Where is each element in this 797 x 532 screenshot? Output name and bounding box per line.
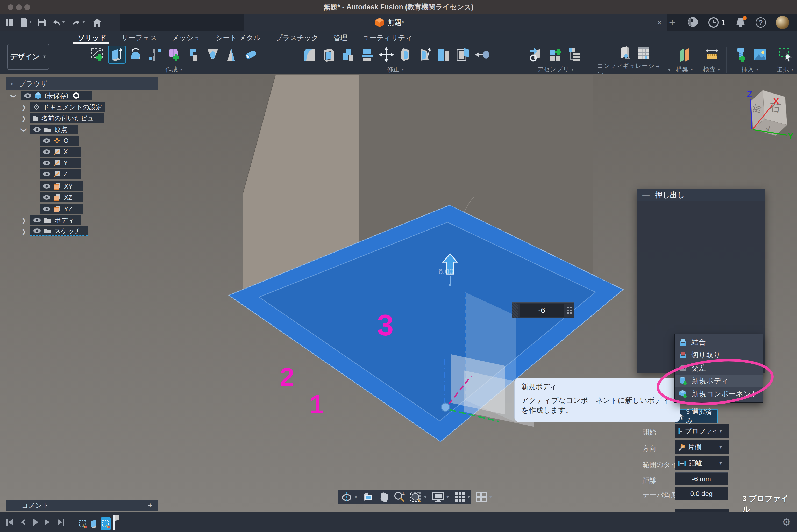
profile-number-3: 3	[377, 308, 393, 342]
loft-icon[interactable]	[185, 46, 202, 63]
menu-item-new-body[interactable]: 新規ボディ	[675, 375, 763, 387]
group-label-insert[interactable]: 挿入▼	[742, 65, 759, 74]
step-back-icon[interactable]	[19, 518, 26, 527]
timeline-playback-controls	[6, 517, 65, 527]
menu-item-new-component[interactable]: 新規コンポーネント	[675, 387, 763, 400]
combine-icon[interactable]	[340, 46, 356, 63]
manipulator-pin-dot	[449, 284, 451, 286]
extrude-icon[interactable]	[109, 46, 125, 63]
offset-face-icon[interactable]	[474, 46, 490, 63]
redo-icon[interactable]	[73, 19, 86, 26]
window-close-button[interactable]	[8, 4, 14, 10]
home-icon[interactable]	[93, 18, 101, 27]
insert-fastener-icon[interactable]	[733, 46, 749, 63]
group-label-create[interactable]: 作成▼	[166, 65, 183, 74]
draft-icon[interactable]	[416, 46, 433, 63]
group-label-modify[interactable]: 修正▼	[387, 65, 405, 74]
ribbon-tabs: ソリッド サーフェス メッシュ シート メタル プラスチック 管理 ユーティリテ…	[78, 33, 412, 42]
tab-manage[interactable]: 管理	[333, 33, 348, 42]
menu-item-join[interactable]: 結合	[675, 336, 763, 349]
extensions-globe-icon[interactable]	[687, 17, 698, 28]
new-component-link-icon[interactable]	[528, 46, 545, 63]
split-body-icon[interactable]	[435, 46, 452, 63]
timeline-extrude-chip[interactable]	[89, 517, 99, 530]
rigid-group-icon[interactable]	[567, 46, 583, 63]
notifications-bell-icon[interactable]	[735, 17, 746, 28]
sweep-icon[interactable]	[147, 46, 164, 63]
group-label-assemble[interactable]: アセンブリ▼	[537, 65, 574, 74]
view-cube[interactable]: 前 右 下 Z X Y	[746, 86, 795, 141]
app-grid-icon[interactable]	[6, 19, 14, 26]
tooltip-title: 新規ボディ	[521, 382, 673, 391]
revolve-icon[interactable]	[128, 46, 144, 63]
file-menu-icon[interactable]	[20, 18, 31, 27]
operation-menu: 結合 切り取り 交差 新規ボディ 新規コンポーネント	[674, 334, 763, 403]
tab-close-icon[interactable]: ×	[657, 18, 662, 28]
chevron-down-icon: ▼	[717, 67, 721, 72]
go-to-end-icon[interactable]	[57, 518, 65, 527]
profile-number-1: 1	[310, 390, 324, 419]
avatar[interactable]	[776, 16, 789, 29]
move-icon[interactable]	[378, 46, 395, 63]
menu-item-label: 交差	[691, 363, 706, 373]
help-icon[interactable]: ?	[756, 17, 766, 28]
group-label-inspect[interactable]: 検査▼	[703, 65, 721, 74]
canvas-image-icon[interactable]	[752, 46, 768, 63]
dimension-options-handle[interactable]	[565, 303, 574, 318]
pipe-icon[interactable]	[243, 46, 259, 63]
group-label-construct[interactable]: 構築▼	[676, 65, 693, 74]
select-icon[interactable]	[777, 46, 794, 63]
timeline-sketch2-chip-active[interactable]	[100, 517, 111, 530]
save-icon[interactable]	[38, 19, 45, 26]
tab-plastic[interactable]: プラスチック	[275, 33, 318, 42]
tab-utilities[interactable]: ユーティリティ	[363, 33, 412, 42]
press-pull-icon[interactable]	[359, 46, 375, 63]
timeline-sketch1-chip[interactable]	[78, 517, 88, 530]
profiles-status: 3 プロファイル	[742, 493, 794, 515]
document-cube-icon	[375, 18, 384, 27]
coil-icon[interactable]	[204, 46, 221, 63]
menu-item-intersect[interactable]: 交差	[675, 362, 763, 375]
create-sketch-icon[interactable]	[89, 46, 106, 63]
group-label-select[interactable]: 選択▼	[777, 65, 794, 74]
notification-dot	[743, 16, 747, 20]
timeline-settings-gear-icon[interactable]: ⚙	[782, 516, 791, 528]
menu-item-cut[interactable]: 切り取り	[675, 349, 763, 362]
dimension-drag-handle[interactable]	[512, 303, 518, 318]
timeline-position-marker[interactable]	[112, 515, 119, 530]
tab-mesh[interactable]: メッシュ	[172, 33, 201, 42]
cone-icon[interactable]	[224, 46, 240, 63]
form-icon[interactable]	[166, 46, 183, 63]
fillet-icon[interactable]	[301, 46, 318, 63]
document-tab[interactable]: 無題* ×	[244, 14, 667, 31]
viewcube-z-label: Z	[747, 89, 752, 99]
window-minimize-button[interactable]	[16, 4, 22, 10]
step-forward-icon[interactable]	[44, 518, 51, 526]
measure-icon[interactable]	[704, 46, 720, 63]
ribbon-toolbar: ソリッド サーフェス メッシュ シート メタル プラスチック 管理 ユーティリテ…	[0, 31, 797, 74]
tab-surface[interactable]: サーフェス	[122, 33, 157, 42]
configuration-table-icon[interactable]	[635, 44, 652, 61]
window-zoom-button[interactable]	[24, 4, 30, 10]
construction-plane-icon[interactable]	[676, 46, 693, 63]
joint-icon[interactable]	[548, 46, 564, 63]
configuration-icon[interactable]	[616, 44, 633, 61]
group-insert: 挿入▼	[727, 44, 773, 74]
profile-number-2: 2	[280, 362, 294, 391]
play-icon[interactable]	[32, 517, 39, 527]
job-status[interactable]: 1	[708, 17, 725, 28]
dimension-value-field[interactable]: -6	[519, 304, 564, 317]
go-to-start-icon[interactable]	[6, 518, 14, 527]
replace-face-icon[interactable]	[455, 46, 471, 63]
tab-sheetmetal[interactable]: シート メタル	[216, 33, 261, 42]
new-tab-icon[interactable]: +	[669, 16, 676, 29]
job-count: 1	[721, 18, 725, 27]
shell-icon[interactable]	[320, 46, 337, 63]
workspace-selector[interactable]: デザイン ▼	[7, 43, 49, 70]
group-assemble: アセンブリ▼	[517, 44, 595, 74]
tab-solid[interactable]: ソリッド	[78, 33, 107, 42]
undo-icon[interactable]	[52, 19, 66, 26]
workspace-label: デザイン	[10, 52, 40, 62]
chamfer-icon[interactable]	[397, 46, 414, 63]
origin-point[interactable]	[441, 403, 449, 411]
